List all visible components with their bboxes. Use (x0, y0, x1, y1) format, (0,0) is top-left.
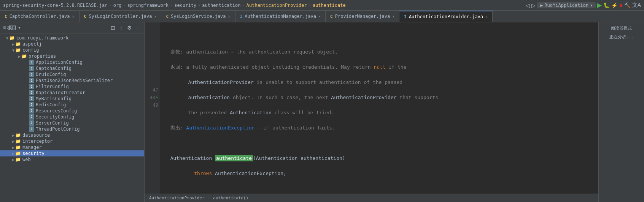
close-icon[interactable]: × (318, 14, 321, 19)
expand-arrow: ▼ (12, 48, 14, 52)
breadcrumb-authentication[interactable]: authentication (202, 3, 240, 8)
code-line-return2: AuthenticationProvider is unable to supp… (164, 79, 594, 86)
tree-item-kaptcha[interactable]: C KaptchaTextCreator (0, 90, 144, 96)
tree-item-label: aspectj (22, 41, 42, 47)
app-name[interactable]: ▶ RuoYiApplication ▾ (537, 2, 596, 8)
nav-arrows: ◁ ▷ ▶ RuoYiApplication ▾ ▶ 🐛 ⚡ ■ 🔨 文A (526, 2, 641, 9)
tree-item-label: FastJson2JsonRedisSerializer (36, 78, 113, 83)
stop-button[interactable]: ■ (619, 2, 622, 8)
tree-item-label: properties (29, 54, 56, 59)
tree-item-aspectj[interactable]: ▶ 📁 aspectj (0, 41, 144, 47)
expand-arrow: ▶ (12, 42, 14, 46)
code-line-blank2 (164, 139, 594, 147)
sidebar-toolbar: ≡ 项目 ▾ ⊟ ↕ ⚙ − (0, 22, 144, 33)
tab-bar: C CaptchaController.java × C SysLoginCon… (0, 11, 644, 22)
analyzing-label: 正在分析... (609, 34, 634, 40)
expand-button[interactable]: ↕ (118, 24, 124, 32)
code-line-return1: 返回: a fully authenticated object includi… (164, 63, 594, 71)
line-numbers: 47 48 ✎ 49 (145, 22, 160, 194)
tab-label: SysLoginController.java (89, 14, 152, 19)
coverage-button[interactable]: ⚡ (611, 2, 618, 8)
class-icon: C (29, 96, 34, 101)
close-icon[interactable]: × (154, 14, 156, 19)
class-icon: C (29, 84, 34, 89)
tree-item-captchaconfig[interactable]: C CaptchaConfig (0, 65, 144, 71)
debug-button[interactable]: 🐛 (603, 2, 610, 8)
tree-item-config[interactable]: ▼ 📁 config (0, 47, 144, 53)
close-icon[interactable]: × (72, 14, 75, 19)
class-icon: C (29, 60, 34, 65)
folder-icon: 📁 (15, 151, 21, 156)
expand-arrow: ▶ (12, 133, 14, 137)
breadcrumb-authprovider[interactable]: AuthenticationProvider (246, 3, 307, 8)
method-highlight: authenticate (215, 155, 253, 161)
tree-item-label: interceptor (22, 139, 52, 144)
tree-item-resources[interactable]: C ResourcesConfig (0, 108, 144, 114)
breadcrumb-jar[interactable]: spring-security-core-5.2.8.RELEASE.jar (3, 3, 108, 8)
tree-item-mybatis[interactable]: C MyBatisConfig (0, 96, 144, 102)
class-icon: C (29, 114, 34, 120)
breadcrumb-org[interactable]: org (113, 3, 122, 8)
tree-item-filterconfig[interactable]: C FilterConfig (0, 84, 144, 90)
close-icon[interactable]: × (485, 15, 488, 19)
java-icon: C (330, 14, 333, 19)
tree-item-server[interactable]: C ServerConfig (0, 120, 144, 126)
sidebar-menu-icon: ≡ (3, 25, 6, 30)
status-class: AuthenticationProvider (149, 196, 205, 200)
tree-item-manager[interactable]: ▶ 📁 manager (0, 144, 144, 150)
dropdown-icon: ▾ (590, 3, 593, 8)
tab-authmanager[interactable]: I AuthenticationManager.java × (235, 11, 326, 22)
tab-captcha[interactable]: C CaptchaController.java × (0, 11, 80, 22)
tab-syslogin[interactable]: C SysLoginController.java × (80, 11, 162, 22)
tree-item-label: KaptchaTextCreator (36, 90, 85, 95)
close-icon[interactable]: × (228, 14, 231, 19)
tree-item-label: CaptchaConfig (36, 66, 72, 71)
close-sidebar-button[interactable]: − (135, 24, 141, 32)
tab-sysloginservice[interactable]: C SysLoginService.java × (161, 11, 235, 22)
tree-item-label: DruidConfig (36, 72, 66, 77)
folder-icon: 📁 (15, 133, 21, 138)
collapse-all-button[interactable]: ⊟ (109, 24, 117, 32)
tree-item-label: ServerConfig (36, 120, 69, 126)
close-icon[interactable]: × (392, 14, 394, 19)
tab-providermgr[interactable]: C ProviderManager.java × (326, 11, 399, 22)
status-method: authenticate() (213, 196, 248, 200)
tree-item-appconfig[interactable]: C ApplicationConfig (0, 59, 144, 65)
tree-item-datasource[interactable]: ▶ 📁 datasource (0, 132, 144, 138)
class-icon: C (29, 126, 34, 132)
tree-item-security[interactable]: C SecurityConfig (0, 114, 144, 120)
reader-mode-label[interactable]: 阅读器模式 (611, 25, 632, 31)
settings-button[interactable]: ⚙ (126, 24, 134, 32)
breadcrumb-method[interactable]: authenticate (313, 3, 346, 8)
expand-arrow: ▼ (6, 36, 8, 40)
tree-item-properties[interactable]: ▶ 📁 properties (0, 53, 144, 59)
expand-arrow: ▶ (12, 152, 14, 156)
class-icon: C (29, 120, 34, 126)
translate-icon[interactable]: 文A (632, 2, 641, 9)
tree-item-security-pkg[interactable]: ▶ 📁 security (0, 150, 144, 156)
tree-area[interactable]: ▼ 📁 com.ruoyi.framework ▶ 📁 aspectj ▼ 📁 … (0, 33, 144, 202)
tree-item-druidconfig[interactable]: C DruidConfig (0, 71, 144, 77)
nav-back-button[interactable]: ◁ (526, 2, 530, 8)
tree-item-framework[interactable]: ▼ 📁 com.ruoyi.framework (0, 35, 144, 41)
breadcrumb-springframework[interactable]: springframework (127, 3, 169, 8)
tab-authprovider[interactable]: I AuthenticationProvider.java × (399, 11, 493, 22)
folder-icon: 📁 (15, 157, 21, 162)
breadcrumb-security[interactable]: security (174, 3, 196, 8)
build-button[interactable]: 🔨 (624, 2, 631, 8)
sep5: › (242, 3, 245, 8)
tree-item-threadpool[interactable]: C ThreadPoolConfig (0, 126, 144, 132)
tree-item-fastjson[interactable]: C FastJson2JsonRedisSerializer (0, 77, 144, 84)
code-line-49 (164, 185, 594, 193)
java-icon: C (166, 14, 169, 19)
folder-icon: 📁 (9, 35, 15, 41)
breadcrumb-bar: spring-security-core-5.2.8.RELEASE.jar ›… (0, 0, 644, 11)
sep3: › (170, 3, 173, 8)
run-button[interactable]: ▶ (597, 2, 602, 9)
code-content[interactable]: 47 48 ✎ 49 参数: authentication – the auth… (145, 22, 598, 194)
tree-item-web[interactable]: ▶ 📁 web (0, 156, 144, 163)
tree-item-redis[interactable]: C RedisConfig (0, 102, 144, 108)
nav-forward-button[interactable]: ▷ (531, 2, 536, 8)
folder-icon: 📁 (15, 145, 21, 150)
tree-item-interceptor[interactable]: ▶ 📁 interceptor (0, 138, 144, 144)
